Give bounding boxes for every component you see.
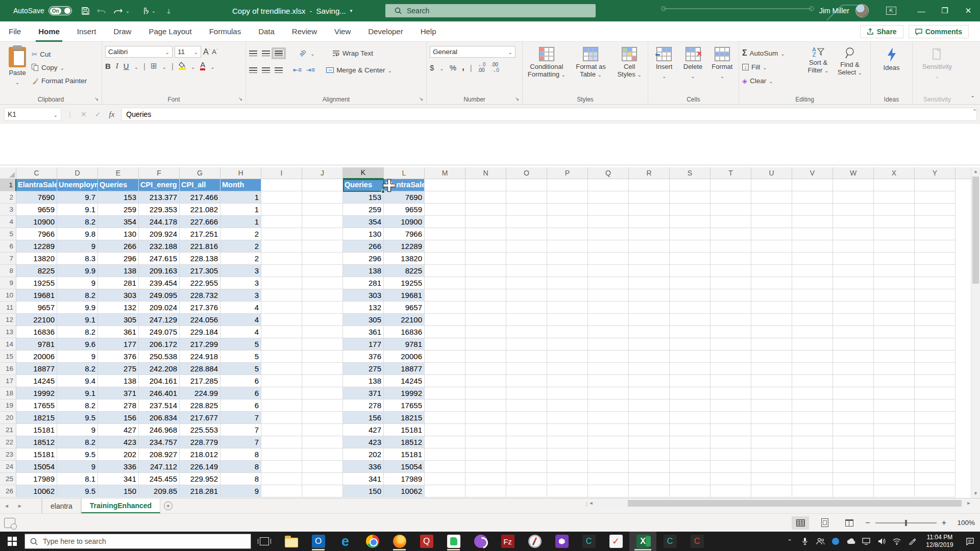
- cell-E16[interactable]: 275: [98, 363, 139, 375]
- cell-M26[interactable]: [425, 485, 465, 497]
- cell-C13[interactable]: 16836: [16, 326, 57, 338]
- share-button[interactable]: Share: [860, 25, 903, 38]
- cell-I3[interactable]: [261, 204, 302, 216]
- cell-O17[interactable]: [506, 375, 547, 387]
- cell-J22[interactable]: [302, 436, 343, 448]
- cell-K20[interactable]: 156: [343, 412, 384, 424]
- tab-review[interactable]: Review: [283, 21, 326, 42]
- cell-E21[interactable]: 427: [98, 424, 139, 436]
- delete-cells-button[interactable]: ✕ Delete: [680, 45, 705, 80]
- cell-J9[interactable]: [302, 277, 343, 289]
- cell-I9[interactable]: [261, 277, 302, 289]
- row-header-7[interactable]: 7: [0, 253, 16, 265]
- cell-W15[interactable]: [833, 350, 874, 363]
- cell-K21[interactable]: 427: [343, 424, 384, 436]
- row-header-21[interactable]: 21: [0, 424, 16, 436]
- cell-D11[interactable]: 9.9: [57, 302, 98, 314]
- cell-H4[interactable]: 1: [220, 216, 261, 228]
- column-header-T[interactable]: T: [710, 167, 751, 179]
- taskbar-red-check-app[interactable]: ✓: [602, 532, 629, 551]
- cell-J19[interactable]: [302, 399, 343, 412]
- cell-M4[interactable]: [425, 216, 465, 228]
- cell-W7[interactable]: [833, 253, 874, 265]
- cell-L24[interactable]: 15054: [384, 461, 425, 473]
- cell-P26[interactable]: [547, 485, 588, 497]
- cell-K24[interactable]: 336: [343, 461, 384, 473]
- microphone-icon[interactable]: [797, 532, 813, 551]
- tab-insert[interactable]: Insert: [68, 21, 105, 42]
- scroll-left-icon[interactable]: ◄: [587, 500, 595, 507]
- cell-I22[interactable]: [261, 436, 302, 448]
- cell-J14[interactable]: [302, 338, 343, 350]
- cell-J26[interactable]: [302, 485, 343, 497]
- cell-U7[interactable]: [751, 253, 792, 265]
- cell-M18[interactable]: [425, 387, 465, 399]
- sheet-nav-right-icon[interactable]: ►: [13, 498, 27, 513]
- orientation-dropdown-icon[interactable]: [310, 49, 314, 57]
- cell-I7[interactable]: [261, 253, 302, 265]
- cell-U21[interactable]: [751, 424, 792, 436]
- cell-N20[interactable]: [465, 412, 506, 424]
- cell-P7[interactable]: [547, 253, 588, 265]
- cell-Q4[interactable]: [588, 216, 629, 228]
- cell-U22[interactable]: [751, 436, 792, 448]
- cell-O5[interactable]: [506, 228, 547, 240]
- cell-X1[interactable]: [874, 179, 915, 191]
- touch-mode-dropdown-icon[interactable]: ⌄: [152, 8, 160, 14]
- cell-X2[interactable]: [874, 191, 915, 204]
- cell-T14[interactable]: [710, 338, 751, 350]
- cell-F17[interactable]: 204.161: [139, 375, 180, 387]
- taskbar-outlook[interactable]: O: [305, 532, 332, 551]
- sheet-nav-left-icon[interactable]: ◄: [0, 498, 13, 513]
- cell-N7[interactable]: [465, 253, 506, 265]
- cell-G5[interactable]: 217.251: [180, 228, 220, 240]
- cell-S24[interactable]: [670, 461, 710, 473]
- cell-D14[interactable]: 9.6: [57, 338, 98, 350]
- cell-U24[interactable]: [751, 461, 792, 473]
- cell-P10[interactable]: [547, 289, 588, 302]
- cell-P12[interactable]: [547, 314, 588, 326]
- cell-Y17[interactable]: [915, 375, 955, 387]
- cell-U20[interactable]: [751, 412, 792, 424]
- cell-E13[interactable]: 361: [98, 326, 139, 338]
- cell-E15[interactable]: 376: [98, 350, 139, 363]
- conditional-formatting-button[interactable]: ConditionalFormatting: [526, 45, 568, 78]
- number-format-combo[interactable]: General: [430, 46, 516, 58]
- cell-S10[interactable]: [670, 289, 710, 302]
- user-name[interactable]: Jim Miller: [819, 7, 849, 15]
- cell-S11[interactable]: [670, 302, 710, 314]
- cell-S20[interactable]: [670, 412, 710, 424]
- cell-T24[interactable]: [710, 461, 751, 473]
- cell-N19[interactable]: [465, 399, 506, 412]
- cell-X16[interactable]: [874, 363, 915, 375]
- cell-I23[interactable]: [261, 448, 302, 461]
- cell-V17[interactable]: [792, 375, 833, 387]
- fill-color-dropdown-icon[interactable]: [191, 62, 195, 70]
- cell-P8[interactable]: [547, 265, 588, 277]
- new-sheet-button[interactable]: +: [160, 498, 176, 513]
- cell-T10[interactable]: [710, 289, 751, 302]
- cell-R24[interactable]: [629, 461, 670, 473]
- column-header-P[interactable]: P: [547, 167, 588, 179]
- taskbar-file-explorer[interactable]: [278, 532, 305, 551]
- cell-F20[interactable]: 206.834: [139, 412, 180, 424]
- fill-color-button[interactable]: [179, 62, 186, 70]
- cell-O21[interactable]: [506, 424, 547, 436]
- cell-O15[interactable]: [506, 350, 547, 363]
- cell-D2[interactable]: 9.7: [57, 191, 98, 204]
- cell-K17[interactable]: 138: [343, 375, 384, 387]
- taskbar-excel[interactable]: X: [629, 532, 656, 551]
- cell-G20[interactable]: 217.677: [180, 412, 220, 424]
- cell-L22[interactable]: 18512: [384, 436, 425, 448]
- cell-D18[interactable]: 9.1: [57, 387, 98, 399]
- cell-I2[interactable]: [261, 191, 302, 204]
- cell-O4[interactable]: [506, 216, 547, 228]
- accounting-format-button[interactable]: $: [430, 63, 434, 72]
- row-header-18[interactable]: 18: [0, 387, 16, 399]
- cell-J1[interactable]: [302, 179, 343, 191]
- cell-U26[interactable]: [751, 485, 792, 497]
- cell-X10[interactable]: [874, 289, 915, 302]
- cell-F7[interactable]: 247.615: [139, 253, 180, 265]
- increase-indent-icon[interactable]: ⇥≡: [306, 66, 315, 73]
- cell-D24[interactable]: 9: [57, 461, 98, 473]
